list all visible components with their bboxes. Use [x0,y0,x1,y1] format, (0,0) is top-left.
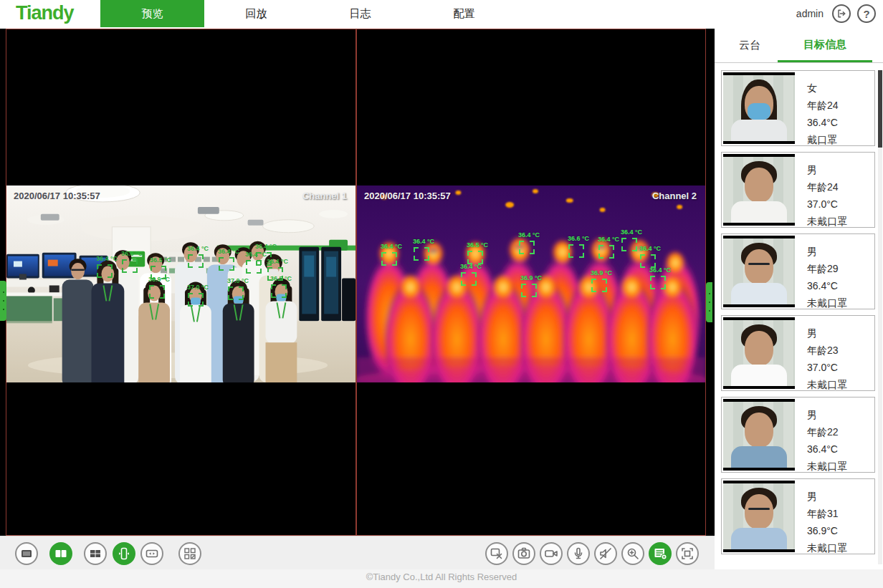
live-view-grid: 2020/06/17 10:35:57 Channel 1 36.4 °C36.… [0,29,715,536]
temperature-annotation: 36.4 °C [649,266,671,274]
mask-status: 戴口罩 [807,131,839,148]
target-card[interactable]: 男 年龄22 36.4°C 未戴口罩 [721,397,875,473]
thumbnail-face [745,494,773,529]
age-value: 年龄23 [807,342,847,359]
gender-value: 男 [807,161,847,178]
temperature-annotation: 36.4 °C [267,258,288,265]
username-label: admin [796,8,824,19]
target-card[interactable]: 男 年龄29 36.4°C 未戴口罩 [721,233,875,309]
nav-tab[interactable]: 配置 [412,0,516,27]
mute-icon[interactable] [594,542,617,565]
temperature-annotation: 36.5 °C [150,256,171,264]
face-thumbnail [723,399,795,471]
video-cell-channel2[interactable]: 2020/06/17 10:35:57 Channel 2 36.4 °C36.… [356,29,706,536]
scrollbar-thumb[interactable] [878,70,882,148]
channel2-label: Channel 2 [652,191,697,201]
channel1-video-frame [6,185,355,382]
layout-custom-icon[interactable] [178,542,201,565]
temperature-value: 36.9°C [807,522,847,539]
thumbnail-face [745,413,773,448]
snapshot-icon[interactable] [512,542,535,565]
mask-status: 未戴口罩 [807,376,847,393]
face-thumbnail [723,236,795,307]
sidebar-tab[interactable]: 目标信息 [778,29,872,62]
snapshot-glyph [515,545,533,562]
thumbnail-shirt [731,201,787,223]
close-preview-icon[interactable] [485,542,508,565]
temperature-annotation: 36.6 °C [121,250,143,257]
nav-tab[interactable]: 回放 [204,0,308,27]
fullscreen-icon[interactable] [676,542,699,565]
mask-status: 未戴口罩 [807,213,847,230]
temperature-annotation: 36.4 °C [381,243,402,250]
logout-glyph [836,8,847,19]
target-card[interactable]: 男 年龄24 37.0°C 未戴口罩 [721,152,875,228]
temperature-annotation: 36.6 °C [568,235,589,242]
channel1-label: Channel 1 [302,191,347,201]
record-glyph [543,545,560,562]
temperature-annotation: 36.4 °C [413,238,434,245]
help-icon[interactable]: ? [857,4,876,23]
temperature-annotation: 36.9 °C [520,274,542,281]
temperature-annotation: 36.4 °C [218,248,239,255]
gender-value: 男 [807,488,847,505]
nav-tab[interactable]: 预览 [100,0,204,27]
talk-glyph [570,545,587,562]
layout-two-glyph [52,545,70,562]
face-thumbnail [723,317,795,389]
target-overlay-icon[interactable] [649,542,672,565]
target-card-info: 女 年龄24 36.4°C 戴口罩 [796,71,839,145]
target-card[interactable]: 女 年龄24 36.4°C 戴口罩 [721,70,875,146]
stretch-mode-glyph [115,545,133,562]
original-ratio-icon[interactable] [140,542,163,565]
layout-custom-glyph [181,545,199,562]
talk-icon[interactable] [567,542,590,565]
layout-single-icon[interactable] [15,542,38,565]
mask-status: 未戴口罩 [807,294,847,312]
thumbnail-shirt [731,528,787,550]
face-thumbnail [723,154,795,226]
face-thumbnail [723,72,795,144]
gender-value: 男 [807,243,847,260]
zoom-icon[interactable] [621,542,644,565]
temperature-annotation: 36.9 °C [591,269,612,276]
age-value: 年龄29 [807,260,847,277]
temperature-annotation: 36.4 °C [621,228,642,236]
tiandy-logo: Tiandy [16,2,74,24]
age-value: 年龄24 [807,178,847,196]
temperature-annotation: 36.9 °C [148,276,170,283]
collapse-right-panel-handle[interactable] [706,282,712,322]
thumbnail-shirt [731,120,787,142]
video-cell-channel1[interactable]: 2020/06/17 10:35:57 Channel 1 36.4 °C36.… [6,29,356,536]
target-info-list: 女 年龄24 36.4°C 戴口罩 男 年龄24 37.0°C 未戴口罩 [721,70,875,554]
channel2-video-content: 2020/06/17 10:35:57 Channel 2 36.4 °C36.… [357,185,705,382]
channel-control-group [485,542,699,565]
age-value: 年龄22 [807,423,847,440]
layout-two-icon[interactable] [49,542,72,565]
temperature-value: 36.4°C [807,277,847,294]
nav-tab[interactable]: 日志 [308,0,412,27]
logout-icon[interactable] [832,4,851,23]
target-card[interactable]: 男 年龄31 36.9°C 未戴口罩 [721,478,875,554]
temperature-annotation: 36.4 °C [460,263,482,270]
record-icon[interactable] [540,542,563,565]
stretch-mode-icon[interactable] [113,542,135,565]
channel2-timestamp: 2020/06/17 10:35:57 [364,191,451,201]
temperature-value: 37.0°C [807,196,847,213]
target-overlay-glyph [651,545,669,562]
layout-four-icon[interactable] [84,542,107,565]
temperature-annotation: 36.4 °C [639,245,661,252]
sidebar-tab[interactable]: 云台 [732,29,768,62]
mask-status: 未戴口罩 [807,458,847,475]
gender-value: 男 [807,324,847,342]
channel1-timestamp: 2020/06/17 10:35:57 [14,191,100,201]
temperature-annotation: 37.0 °C [187,284,209,291]
thumbnail-mask [748,103,770,120]
target-card[interactable]: 男 年龄23 37.0°C 未戴口罩 [721,315,875,391]
collapse-left-panel-handle[interactable] [0,281,6,321]
gender-value: 男 [807,406,847,423]
thumbnail-face [745,331,773,366]
thumbnail-face [745,168,773,203]
face-thumbnail [723,481,795,552]
mask-status: 未戴口罩 [807,539,847,556]
